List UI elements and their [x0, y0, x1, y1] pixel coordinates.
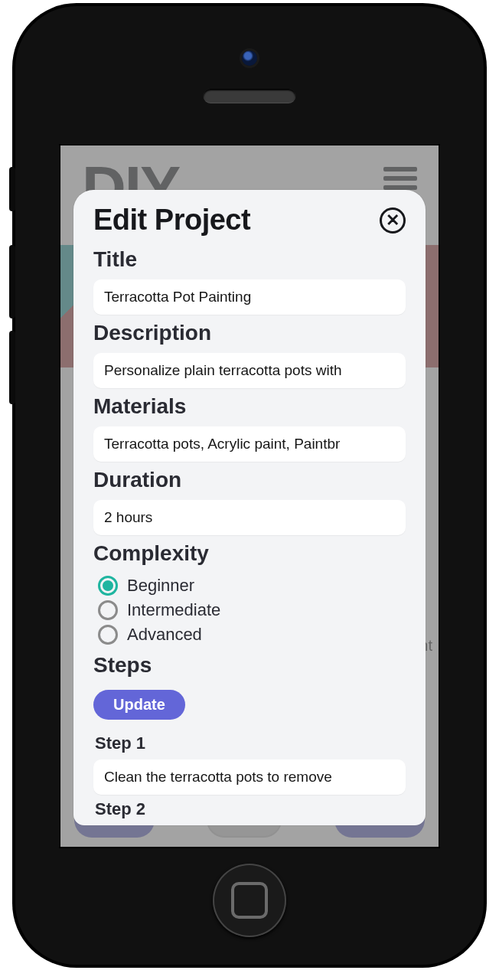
radio-icon: [98, 600, 118, 620]
radio-icon: [98, 576, 118, 596]
steps-label: Steps: [93, 653, 406, 678]
complexity-option-beginner[interactable]: Beginner: [98, 573, 406, 598]
phone-side-button: [9, 167, 15, 211]
phone-side-button: [9, 245, 15, 318]
complexity-label: Complexity: [93, 541, 406, 566]
phone-home-button[interactable]: [213, 864, 286, 937]
duration-label: Duration: [93, 468, 406, 492]
materials-input[interactable]: [93, 426, 406, 462]
description-input[interactable]: [93, 353, 406, 388]
duration-input[interactable]: [93, 500, 406, 535]
close-icon[interactable]: ✕: [380, 207, 406, 234]
title-label: Title: [93, 247, 406, 272]
complexity-option-advanced[interactable]: Advanced: [98, 622, 406, 647]
update-button[interactable]: Update: [93, 690, 185, 720]
modal-title: Edit Project: [93, 204, 250, 237]
radio-label: Beginner: [127, 576, 194, 596]
step-label: Step 2: [95, 799, 406, 819]
phone-side-button: [9, 331, 15, 404]
radio-label: Advanced: [127, 625, 202, 645]
title-input[interactable]: [93, 279, 406, 315]
step-1-input[interactable]: [93, 760, 406, 795]
step-label: Step 1: [95, 733, 406, 753]
radio-label: Intermediate: [127, 600, 220, 620]
phone-frame: DIY nt Back Edit Delete Edit Project ✕ T…: [15, 6, 484, 965]
radio-icon: [98, 625, 118, 645]
edit-project-modal: Edit Project ✕ Title Description Materia…: [73, 190, 426, 825]
complexity-radio-group: Beginner Intermediate Advanced: [98, 573, 406, 647]
phone-camera: [242, 51, 257, 66]
complexity-option-intermediate[interactable]: Intermediate: [98, 598, 406, 622]
app-screen: DIY nt Back Edit Delete Edit Project ✕ T…: [59, 144, 440, 848]
materials-label: Materials: [93, 394, 406, 419]
description-label: Description: [93, 321, 406, 345]
